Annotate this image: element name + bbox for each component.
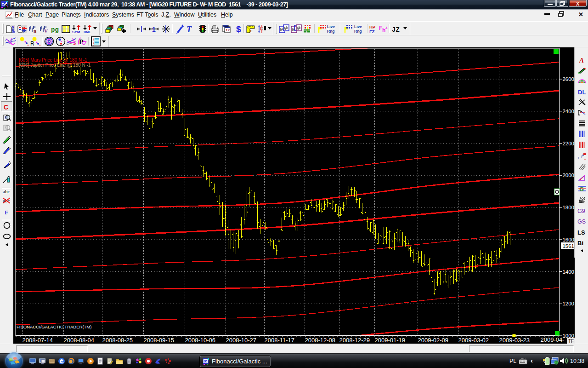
svg-text:2000: 2000: [562, 172, 574, 178]
svg-text:JZ: JZ: [392, 26, 400, 34]
svg-text:T: T: [187, 25, 192, 33]
svg-text:2009-01-19: 2009-01-19: [375, 337, 406, 344]
svg-text:pg: pg: [51, 26, 59, 33]
svg-text:[005] Mars Price Line @ 180 N: [005] Mars Price Line @ 180 N -1: [19, 58, 87, 63]
svg-text:2009-03-02: 2009-03-02: [458, 337, 489, 344]
svg-text:GS: GS: [577, 218, 586, 224]
svg-text:TIME: TIME: [83, 30, 91, 34]
svg-text:Live: Live: [327, 24, 335, 29]
svg-text:FZ: FZ: [369, 29, 375, 34]
svg-text:2008-10-27: 2008-10-27: [226, 337, 257, 344]
svg-text:2009-02-09: 2009-02-09: [418, 337, 449, 344]
svg-text:[006] Jupiter Price Line @ 180: [006] Jupiter Price Line @ 180 N -1: [19, 63, 91, 68]
svg-text:LS: LS: [577, 229, 585, 236]
svg-text:Live: Live: [354, 24, 362, 29]
svg-text:1600: 1600: [562, 237, 574, 242]
svg-text:$: $: [236, 24, 241, 34]
svg-text:SYM: SYM: [72, 30, 80, 34]
svg-text:2008-09-15: 2008-09-15: [144, 337, 175, 344]
svg-text:DL: DL: [578, 89, 586, 95]
svg-text:FIBONACCI/GALACTIC TRADER(TM): FIBONACCI/GALACTIC TRADER(TM): [17, 324, 91, 329]
svg-text:2008-08-25: 2008-08-25: [102, 337, 133, 344]
svg-text:1400: 1400: [562, 269, 574, 275]
svg-text:Rng: Rng: [327, 29, 335, 34]
svg-text:2008-10-06: 2008-10-06: [185, 337, 216, 344]
svg-text:1800: 1800: [562, 205, 574, 210]
svg-text:2009-04-: 2009-04-: [541, 336, 565, 343]
svg-text:2400: 2400: [562, 109, 574, 114]
svg-text:E: E: [250, 29, 253, 33]
svg-text:C: C: [4, 104, 8, 110]
svg-text:12: 12: [226, 28, 230, 32]
svg-text:2009-03-23: 2009-03-23: [499, 337, 530, 344]
svg-text:n: n: [34, 28, 36, 33]
svg-text:2200: 2200: [562, 141, 574, 146]
svg-text:Bi: Bi: [577, 240, 583, 246]
svg-text:V: V: [44, 28, 48, 33]
svg-text:2600: 2600: [562, 76, 574, 82]
svg-text:1200: 1200: [562, 301, 574, 306]
svg-text:F: F: [5, 209, 8, 215]
svg-text:Rng: Rng: [354, 29, 362, 34]
svg-text:1: 1: [152, 26, 156, 33]
svg-text:G9: G9: [577, 208, 585, 214]
svg-text:2008-08-04: 2008-08-04: [64, 337, 95, 344]
svg-text:2008-12-29: 2008-12-29: [339, 337, 370, 344]
svg-text:R: R: [30, 40, 34, 46]
svg-text:2008-07-14: 2008-07-14: [23, 337, 53, 344]
svg-text:1561: 1561: [562, 243, 574, 249]
svg-text:2008-11-17: 2008-11-17: [265, 337, 295, 344]
svg-text:W: W: [12, 31, 15, 33]
svg-text:abc: abc: [3, 189, 10, 194]
svg-text:P: P: [79, 38, 83, 46]
svg-text:A: A: [579, 57, 584, 63]
svg-text:2008-12-08: 2008-12-08: [305, 337, 336, 344]
svg-text:z: z: [385, 25, 388, 30]
svg-text:4: 4: [5, 3, 8, 9]
